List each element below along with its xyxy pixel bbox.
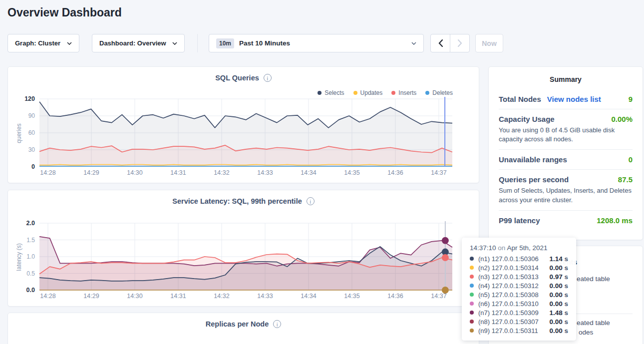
svg-text:1.0: 1.0 (26, 253, 35, 260)
svg-text:14:37: 14:37 (431, 169, 446, 176)
info-icon[interactable]: i (273, 320, 281, 328)
tooltip-row: (n6) 127.0.0.1:503100.00 s (470, 299, 569, 308)
tooltip-row: (n4) 127.0.0.1:503120.00 s (470, 281, 569, 290)
chevron-down-icon (172, 42, 177, 45)
series-dot (470, 293, 474, 297)
p99-latency-value: 1208.0 ms (597, 216, 633, 225)
series-dot (470, 284, 474, 288)
chart-title: Replicas per Node (206, 320, 269, 328)
svg-text:90: 90 (28, 112, 35, 119)
svg-text:14:29: 14:29 (83, 169, 99, 176)
dashboard-select-label: Dashboard: Overview (99, 39, 166, 47)
sql-queries-card: SQL Queries i SelectsUpdatesInsertsDelet… (7, 66, 479, 183)
controls-divider (197, 34, 198, 52)
unavailable-ranges-value: 0 (629, 155, 633, 164)
tooltip-timestamp: 14:37:10 on Apr 5th, 2021 (470, 244, 569, 252)
summary-panel: Summary Total Nodes View nodes list 9 Ca… (488, 66, 643, 240)
svg-text:14:36: 14:36 (387, 293, 403, 300)
summary-row-qps: Queries per second 87.5 Sum of Selects, … (499, 169, 633, 210)
event-item-fragment[interactable]: eated table (577, 319, 610, 327)
tooltip-row: (n8) 127.0.0.1:503070.00 s (470, 317, 569, 326)
svg-text:14:28: 14:28 (40, 293, 55, 300)
time-range-badge: 10m (216, 38, 234, 48)
service-latency-plot[interactable]: 0.00.51.01.52.014:2814:2914:3014:3114:32… (8, 190, 480, 307)
prev-range-button[interactable] (430, 34, 450, 52)
svg-text:14:36: 14:36 (387, 169, 403, 176)
svg-text:2.0: 2.0 (26, 220, 35, 227)
dashboard-select[interactable]: Dashboard: Overview (92, 34, 185, 52)
page-title: Overview Dashboard (7, 6, 122, 19)
svg-text:14:30: 14:30 (127, 169, 142, 176)
svg-text:14:33: 14:33 (257, 169, 273, 176)
capacity-usage-label: Capacity Usage (499, 115, 555, 123)
capacity-usage-value: 0.00% (611, 115, 633, 123)
svg-text:14:31: 14:31 (170, 169, 186, 176)
summary-row-unavailable: Unavailable ranges 0 (499, 149, 633, 169)
svg-text:14:34: 14:34 (301, 293, 316, 300)
total-nodes-value: 9 (629, 95, 633, 103)
series-dot (470, 275, 474, 279)
series-dot (470, 320, 474, 324)
p99-latency-label: P99 latency (499, 216, 540, 225)
unavailable-ranges-label: Unavailable ranges (499, 155, 567, 164)
summary-row-capacity: Capacity Usage 0.00% You are using 0 B o… (499, 109, 633, 149)
tooltip-row: (n5) 127.0.0.1:503080.00 s (470, 290, 569, 299)
event-item-fragment[interactable]: eated table (577, 275, 610, 283)
series-dot (470, 302, 474, 306)
series-dot (470, 257, 474, 261)
qps-value: 87.5 (618, 175, 633, 184)
chart-tooltip: 14:37:10 on Apr 5th, 2021 (n1) 127.0.0.1… (462, 238, 576, 341)
chevron-right-icon (458, 39, 462, 47)
graph-select[interactable]: Graph: Cluster (7, 34, 79, 52)
svg-text:14:37: 14:37 (431, 293, 446, 300)
svg-text:0.5: 0.5 (26, 270, 35, 277)
svg-text:0: 0 (31, 163, 35, 170)
now-button[interactable]: Now (475, 34, 503, 52)
svg-text:30: 30 (28, 146, 35, 153)
svg-text:14:33: 14:33 (257, 293, 273, 300)
svg-text:14:28: 14:28 (40, 169, 55, 176)
replicas-per-node-card: Replicas per Node i (7, 313, 479, 344)
svg-text:60: 60 (28, 129, 35, 136)
svg-text:120: 120 (24, 95, 35, 102)
qps-label: Queries per second (499, 175, 569, 184)
time-range-label: Past 10 Minutes (239, 39, 290, 47)
chevron-down-icon (67, 42, 72, 45)
chevron-down-icon (411, 42, 416, 45)
svg-text:14:29: 14:29 (83, 293, 99, 300)
tooltip-row: (n3) 127.0.0.1:503130.97 s (470, 272, 569, 281)
view-nodes-list-link[interactable]: View nodes list (547, 95, 601, 103)
series-dot (470, 266, 474, 270)
qps-desc: Sum of Selects, Updates, Inserts, and De… (499, 186, 633, 204)
service-latency-card: Service Latency: SQL, 99th percentile i … (7, 190, 479, 307)
tooltip-row: (n2) 127.0.0.1:503140.00 s (470, 263, 569, 272)
series-dot (470, 311, 474, 315)
svg-text:14:35: 14:35 (344, 293, 359, 300)
time-range-select[interactable]: 10m Past 10 Minutes (209, 34, 424, 52)
chevron-left-icon (438, 39, 443, 47)
svg-text:14:32: 14:32 (214, 169, 229, 176)
capacity-usage-desc: You are using 0 B of 4.5 GiB usable disk… (499, 126, 633, 144)
svg-text:14:32: 14:32 (214, 293, 229, 300)
overview-dashboard-page: Overview Dashboard Graph: Cluster Dashbo… (0, 0, 644, 344)
svg-text:14:30: 14:30 (127, 293, 142, 300)
tooltip-row: (n9) 127.0.0.1:503110.00 s (470, 326, 569, 335)
tooltip-row: (n7) 127.0.0.1:503091.48 s (470, 308, 569, 317)
next-range-button[interactable] (450, 34, 470, 52)
summary-row-p99: P99 latency 1208.0 ms (499, 210, 633, 230)
summary-row-total-nodes: Total Nodes View nodes list 9 (499, 89, 633, 109)
total-nodes-label: Total Nodes (499, 95, 541, 103)
series-dot (470, 329, 474, 333)
sql-queries-plot[interactable]: 030609012014:2814:2914:3014:3114:3214:33… (8, 67, 480, 184)
event-item-fragment[interactable]: odes (579, 329, 593, 336)
svg-text:14:34: 14:34 (301, 169, 316, 176)
svg-text:14:35: 14:35 (344, 169, 359, 176)
summary-title: Summary (499, 67, 633, 89)
svg-text:14:31: 14:31 (170, 293, 186, 300)
svg-text:0.0: 0.0 (26, 287, 35, 294)
svg-text:1.5: 1.5 (26, 237, 35, 244)
graph-select-label: Graph: Cluster (15, 39, 60, 47)
tooltip-row: (n1) 127.0.0.1:503061.14 s (470, 254, 569, 263)
